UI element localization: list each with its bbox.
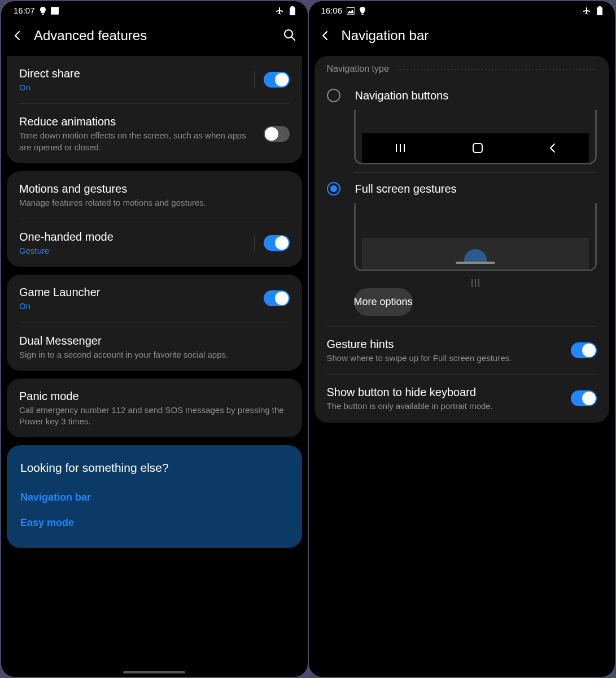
- link-navigation-bar[interactable]: Navigation bar: [20, 485, 289, 510]
- svg-rect-6: [598, 6, 601, 7]
- back-button[interactable]: [319, 29, 331, 42]
- screen-navigation-bar: 16:06 Navigation bar Navigation type: [309, 1, 615, 677]
- gesture-handles-icon: [471, 279, 479, 287]
- toggle-reduce-animations[interactable]: [264, 126, 290, 142]
- settings-card: Panic mode Call emergency number 112 and…: [7, 379, 302, 438]
- status-bar: 16:07: [1, 1, 308, 18]
- navbar-preview-bar: [362, 133, 589, 163]
- svg-rect-4: [347, 7, 355, 14]
- looking-for-card: Looking for something else? Navigation b…: [7, 445, 302, 547]
- settings-card: Game Launcher On Dual Messenger Sign in …: [7, 275, 302, 371]
- separator: [254, 234, 255, 251]
- navigation-type-card: Navigation type Navigation buttons: [314, 56, 610, 423]
- setting-reduce-animations[interactable]: Reduce animations Tone down motion effec…: [7, 104, 302, 163]
- battery-icon: [290, 6, 295, 15]
- back-icon: [549, 144, 556, 153]
- svg-rect-1: [290, 7, 295, 15]
- link-easy-mode[interactable]: Easy mode: [20, 510, 289, 536]
- status-time: 16:06: [321, 6, 343, 15]
- settings-card: Direct share On Reduce animations Tone d…: [7, 56, 302, 163]
- settings-card: Motions and gestures Manage features rel…: [7, 171, 302, 267]
- battery-icon: [597, 6, 602, 15]
- image-icon: [51, 7, 59, 15]
- back-button[interactable]: [11, 29, 24, 42]
- airplane-icon: [275, 6, 284, 15]
- toggle-game-launcher[interactable]: [264, 290, 290, 306]
- status-time: 16:07: [14, 6, 35, 15]
- radio-unchecked[interactable]: [327, 89, 340, 102]
- option-full-screen-gestures[interactable]: Full screen gestures: [314, 173, 610, 199]
- home-icon: [473, 143, 483, 153]
- search-button[interactable]: [283, 28, 298, 43]
- option-navigation-buttons[interactable]: Navigation buttons: [314, 80, 610, 106]
- recents-icon: [395, 144, 406, 152]
- svg-rect-8: [400, 144, 401, 152]
- dotted-line: [396, 69, 597, 69]
- toggle-one-handed[interactable]: [264, 235, 290, 251]
- toggle-hide-keyboard[interactable]: [571, 390, 597, 406]
- page-title: Navigation bar: [342, 28, 605, 44]
- image-icon: [347, 7, 355, 15]
- svg-rect-9: [404, 144, 405, 152]
- lightbulb-icon: [40, 7, 46, 15]
- airplane-icon: [582, 6, 591, 15]
- screen-advanced-features: 16:07 Advanced features: [1, 1, 308, 677]
- setting-motions-gestures[interactable]: Motions and gestures Manage features rel…: [7, 171, 302, 219]
- svg-rect-7: [396, 144, 397, 152]
- setting-one-handed-mode[interactable]: One-handed mode Gesture: [7, 219, 302, 267]
- setting-gesture-hints[interactable]: Gesture hints Show where to swipe up for…: [314, 327, 610, 374]
- header: Navigation bar: [309, 18, 615, 56]
- preview-gestures: [354, 203, 597, 271]
- settings-list[interactable]: Navigation type Navigation buttons: [309, 56, 615, 677]
- more-options-button[interactable]: More options: [354, 288, 413, 316]
- status-bar: 16:06: [309, 1, 615, 18]
- page-title: Advanced features: [34, 28, 273, 44]
- svg-rect-10: [473, 144, 482, 153]
- settings-list[interactable]: Direct share On Reduce animations Tone d…: [1, 56, 308, 677]
- header: Advanced features: [1, 18, 308, 56]
- looking-for-title: Looking for something else?: [20, 460, 289, 475]
- lightbulb-icon: [359, 7, 366, 15]
- svg-rect-5: [597, 7, 602, 15]
- svg-rect-0: [51, 7, 59, 14]
- setting-direct-share[interactable]: Direct share On: [7, 56, 302, 103]
- preview-nav-buttons: [354, 110, 597, 164]
- setting-game-launcher[interactable]: Game Launcher On: [7, 275, 302, 322]
- setting-dual-messenger[interactable]: Dual Messenger Sign in to a second accou…: [7, 323, 302, 371]
- setting-panic-mode[interactable]: Panic mode Call emergency number 112 and…: [7, 379, 302, 438]
- svg-rect-2: [291, 6, 294, 7]
- toggle-gesture-hints[interactable]: [571, 342, 597, 358]
- gesture-pill-icon: [456, 262, 495, 264]
- setting-show-hide-keyboard[interactable]: Show button to hide keyboard The button …: [314, 375, 610, 422]
- section-label: Navigation type: [314, 56, 610, 80]
- home-indicator[interactable]: [123, 671, 185, 673]
- separator: [254, 71, 255, 88]
- radio-checked[interactable]: [327, 182, 340, 195]
- toggle-direct-share[interactable]: [264, 72, 290, 88]
